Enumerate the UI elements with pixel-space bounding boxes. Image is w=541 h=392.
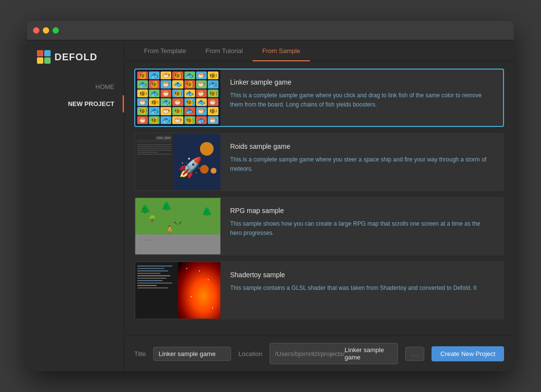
code-line — [137, 266, 172, 267]
sample-title-linker: Linker sample game — [230, 78, 493, 86]
fish-cell: 🐡 — [172, 116, 183, 124]
fish-cell: 🐟 — [184, 89, 195, 97]
fish-cell: 🐡 — [161, 107, 171, 115]
sample-thumb-linker: 🐠 🐟 🐡 🐠 🐟 🐡 🐠 🐟 🐠 🐡 🐟 — [135, 70, 220, 126]
svg-rect-1 — [44, 50, 51, 56]
sample-title-rpg: RPG map sample — [230, 207, 493, 214]
fish-cell: 🐠 — [172, 107, 183, 115]
title-input[interactable] — [153, 347, 231, 361]
fish-cell: 🐡 — [208, 116, 218, 124]
star — [212, 307, 213, 308]
location-display: /Users/bjornritzl/projects/Linker sample… — [270, 343, 398, 364]
fish-cell: 🐡 — [161, 89, 171, 97]
svg-rect-2 — [37, 57, 43, 64]
main-window: DEFOLD HOME NEW PROJECT From Template Fr… — [27, 21, 514, 371]
create-new-project-button[interactable]: Create New Project — [432, 346, 504, 361]
star — [191, 296, 192, 297]
editor-line — [137, 148, 172, 149]
fish-cell: 🐟 — [208, 80, 218, 88]
fish-cell: 🐠 — [208, 89, 218, 97]
fish-cell: 🐟 — [184, 71, 195, 79]
asteroid-tiny — [202, 151, 206, 155]
fish-cell: 🐠 — [184, 80, 195, 88]
sample-desc-rpg: This sample shows how you can create a l… — [230, 219, 493, 238]
shader-code-panel — [135, 262, 178, 319]
maximize-button[interactable] — [53, 27, 59, 34]
shadertoy-preview — [135, 262, 220, 319]
tabs: From Template From Tutorial From Sample — [125, 40, 514, 61]
rocket-sprite: 🚀 — [178, 156, 202, 179]
bottom-bar: Title Location /Users/bjornritzl/project… — [125, 336, 514, 371]
sample-desc-linker: This is a complete sample game where you… — [230, 91, 493, 109]
rpg-character: 🧍 — [165, 225, 175, 234]
sidebar-item-home[interactable]: HOME — [27, 78, 124, 95]
tab-from-sample[interactable]: From Sample — [252, 40, 310, 61]
star — [186, 268, 187, 269]
close-button[interactable] — [33, 27, 39, 34]
tab-from-template[interactable]: From Template — [134, 40, 196, 61]
code-line — [137, 287, 168, 288]
score-display: 000,380 — [155, 135, 172, 141]
editor-line — [137, 146, 172, 147]
sample-item-linker[interactable]: 🐠 🐟 🐡 🐠 🐟 🐡 🐠 🐟 🐠 🐡 🐟 — [134, 69, 504, 127]
fish-cell: 🐡 — [196, 80, 207, 88]
main-content: DEFOLD HOME NEW PROJECT From Template Fr… — [27, 40, 514, 371]
right-panel: From Template From Tutorial From Sample … — [125, 40, 514, 371]
titlebar — [27, 21, 514, 40]
sidebar-item-new-project[interactable]: NEW PROJECT — [27, 95, 124, 112]
sample-info-linker: Linker sample game This is a complete sa… — [220, 70, 503, 126]
fish-cell: 🐠 — [184, 98, 195, 106]
sample-item-shadertoy[interactable]: Shadertoy sample This sample contains a … — [134, 261, 504, 320]
rpg-tree: 🌲 — [161, 201, 172, 212]
fish-cell: 🐟 — [184, 107, 195, 115]
svg-rect-0 — [37, 50, 43, 56]
shader-visual-panel — [178, 262, 221, 319]
fish-cell: 🐟 — [149, 71, 160, 79]
editor-line — [137, 154, 172, 155]
fish-cell: 🐟 — [161, 116, 171, 124]
fish-cell: 🐠 — [172, 89, 183, 97]
asteroid-small — [211, 168, 216, 174]
sample-thumb-roids: 000,380 🚀 — [135, 134, 220, 190]
browse-button[interactable]: ... — [405, 347, 424, 361]
fish-cell: 🐠 — [149, 80, 160, 88]
sample-item-rpg[interactable]: 🌲 🌲 🌲 🌳 ↖↗ 🧍 ····· — [134, 197, 504, 255]
fish-cell: 🐠 — [172, 71, 183, 79]
fish-cell: 🐡 — [137, 98, 148, 106]
traffic-lights — [33, 27, 59, 34]
location-suffix: Linker sample game — [344, 346, 393, 361]
fish-cell: 🐠 — [149, 98, 160, 106]
fish-cell: 🐟 — [161, 98, 171, 106]
fish-cell: 🐡 — [196, 89, 207, 97]
fish-cell: 🐡 — [208, 98, 218, 106]
fish-cell: 🐡 — [172, 98, 183, 106]
tab-from-tutorial[interactable]: From Tutorial — [196, 40, 252, 61]
rpg-game-preview: 🌲 🌲 🌲 🌳 ↖↗ 🧍 ····· — [135, 198, 220, 254]
defold-logo-icon — [37, 50, 51, 64]
fish-cell: 🐡 — [161, 80, 171, 88]
fish-cell: 🐟 — [149, 89, 160, 97]
sample-title-roids: Roids sample game — [230, 143, 493, 150]
code-line — [137, 270, 168, 271]
fish-cell: 🐟 — [196, 116, 207, 124]
fish-cell: 🐟 — [172, 80, 183, 88]
roids-game-preview: 000,380 🚀 — [135, 134, 220, 190]
code-line — [137, 275, 170, 276]
minimize-button[interactable] — [43, 27, 49, 34]
rpg-path: ····· — [144, 236, 152, 243]
logo-area: DEFOLD — [27, 50, 107, 78]
logo-text: DEFOLD — [54, 52, 97, 63]
sample-desc-shadertoy: This sample contains a GLSL shader that … — [230, 284, 493, 293]
fish-cell: 🐠 — [137, 89, 148, 97]
svg-rect-3 — [44, 57, 51, 64]
code-line — [137, 280, 162, 281]
sample-info-rpg: RPG map sample This sample shows how you… — [220, 198, 503, 254]
location-label: Location — [238, 350, 262, 357]
samples-list[interactable]: 🐠 🐟 🐡 🐠 🐟 🐡 🐠 🐟 🐠 🐡 🐟 — [125, 61, 514, 336]
editor-line — [137, 150, 172, 151]
sample-thumb-rpg: 🌲 🌲 🌲 🌳 ↖↗ 🧍 ····· — [135, 198, 220, 254]
asteroid-large — [200, 142, 214, 156]
sample-item-roids[interactable]: 000,380 🚀 — [134, 133, 504, 191]
linker-game-preview: 🐠 🐟 🐡 🐠 🐟 🐡 🐠 🐟 🐠 🐡 🐟 — [135, 70, 220, 126]
roids-editor-panel: 000,380 — [135, 134, 174, 190]
